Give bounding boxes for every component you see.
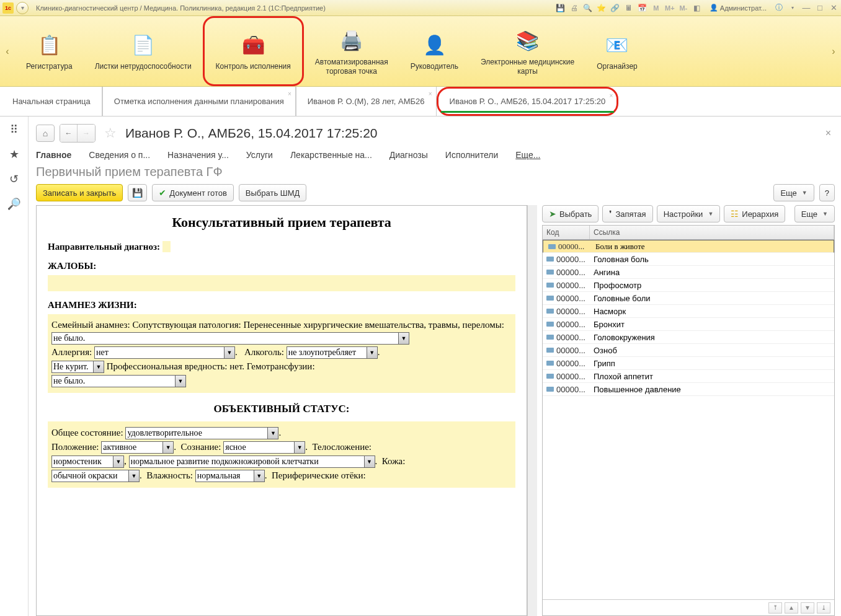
table-row[interactable]: 00000...Головокружения — [543, 331, 834, 344]
mminus-icon[interactable]: M- — [679, 3, 688, 13]
chevron-down-icon[interactable]: ▼ — [176, 375, 186, 387]
table-row[interactable]: 00000...Бронхит — [543, 318, 834, 331]
allergy-select[interactable] — [94, 346, 225, 359]
chevron-down-icon[interactable]: ▼ — [129, 470, 140, 482]
print-icon[interactable]: 🖨 — [569, 3, 579, 13]
apps-icon[interactable]: ⠿ — [7, 123, 21, 136]
table-row[interactable]: 00000...Плохой аппетит — [543, 370, 834, 383]
search-icon[interactable]: 🔍 — [7, 197, 21, 211]
tab-close-icon[interactable]: × — [429, 90, 432, 97]
table-row[interactable]: 00000...Профосмотр — [543, 279, 834, 292]
tab-close-icon[interactable]: × — [609, 92, 613, 99]
m-icon[interactable]: M — [651, 3, 661, 13]
scroll-down-icon[interactable]: ▼ — [801, 602, 814, 614]
toolbar-scroll-right[interactable]: › — [826, 16, 841, 86]
nav-item[interactable]: Диагнозы — [389, 150, 428, 160]
fat-select[interactable] — [129, 455, 365, 468]
hierarchy-button[interactable]: ☷Иерархия — [724, 205, 785, 222]
table-row[interactable]: 00000...Озноб — [543, 344, 834, 357]
toolbar-item[interactable]: 👤 Руководитель — [399, 16, 469, 86]
info-icon[interactable]: ⓘ — [774, 3, 784, 13]
save-button[interactable]: 💾 — [128, 184, 147, 201]
close-icon[interactable]: ✕ — [829, 3, 839, 13]
select-button[interactable]: ➤Выбрать — [542, 205, 598, 222]
scroll-up-icon[interactable]: ▲ — [785, 602, 798, 614]
calc-icon[interactable]: 🖩 — [624, 3, 634, 13]
user-label[interactable]: 👤 Администрат... — [710, 4, 767, 12]
table-row[interactable]: 00000...Головные боли — [543, 292, 834, 305]
nav-forward[interactable]: → — [78, 125, 95, 142]
table-row[interactable]: 00000...Боли в животе — [543, 240, 834, 253]
history-icon[interactable]: ↺ — [7, 172, 21, 186]
nav-item[interactable]: Лекарственные на... — [290, 150, 372, 160]
chevron-down-icon[interactable]: ▼ — [163, 441, 174, 454]
save-icon[interactable]: 💾 — [556, 3, 566, 13]
nav-back[interactable]: ← — [60, 125, 78, 142]
nav-item[interactable]: Главное — [36, 150, 71, 160]
position-select[interactable] — [101, 441, 163, 454]
general-state-select[interactable] — [125, 427, 268, 439]
anamnesis-block[interactable]: Семейный анамнез: Сопутствующая патологи… — [48, 314, 515, 393]
doc-scrollbar[interactable] — [527, 205, 537, 616]
hemotransfusion-select[interactable] — [51, 375, 176, 387]
chevron-down-icon[interactable]: ▼ — [295, 441, 305, 454]
chevron-down-icon[interactable]: ▼ — [113, 455, 124, 468]
help-button[interactable]: ? — [819, 184, 835, 201]
toolbar-item[interactable]: 📄 Листки нетрудоспособности — [84, 16, 203, 86]
chevron-down-icon[interactable]: ▼ — [365, 455, 375, 468]
referral-diag-input[interactable] — [162, 241, 171, 252]
mplus-icon[interactable]: M+ — [665, 3, 675, 13]
body-type-select[interactable] — [51, 455, 113, 468]
col-link[interactable]: Ссылка — [590, 226, 834, 239]
humidity-select[interactable] — [195, 470, 254, 482]
table-row[interactable]: 00000...Насморк — [543, 305, 834, 318]
pane-close[interactable]: × — [825, 128, 831, 139]
nav-item[interactable]: Услуги — [246, 150, 273, 160]
tab[interactable]: Иванов Р. О., АМБ26, 15.04.2017 17:25:20… — [437, 87, 619, 116]
objective-status-block[interactable]: Общее состояние: ▼. Положение: ▼. Сознан… — [48, 421, 515, 488]
nav-back-circle[interactable]: ▾ — [16, 2, 29, 14]
tab[interactable]: Отметка исполнения данными планирования× — [102, 87, 296, 116]
save-and-close-button[interactable]: Записать и закрыть — [36, 184, 123, 201]
nav-item[interactable]: Еще... — [515, 150, 540, 160]
preview-icon[interactable]: 🔍 — [583, 3, 593, 13]
calendar-icon[interactable]: 📅 — [638, 3, 647, 13]
favorite-icon[interactable]: ⭐ — [597, 3, 607, 13]
panels-icon[interactable]: ◧ — [692, 3, 702, 13]
alcohol-select[interactable] — [287, 346, 367, 359]
smoking-select[interactable] — [51, 361, 94, 373]
skin-color-select[interactable] — [51, 470, 129, 482]
minimize-icon[interactable]: — — [801, 3, 811, 13]
star-icon[interactable]: ★ — [7, 147, 21, 161]
nav-item[interactable]: Исполнители — [445, 150, 498, 160]
settings-button[interactable]: Настройки▼ — [657, 205, 721, 222]
table-row[interactable]: 00000...Ангина — [543, 266, 834, 279]
toolbar-item[interactable]: 🖨️ Автоматизированнаяторговая точка — [304, 16, 399, 86]
home-button[interactable]: ⌂ — [36, 125, 55, 142]
table-row[interactable]: 00000...Головная боль — [543, 253, 834, 266]
col-code[interactable]: Код — [543, 226, 590, 239]
choose-template-button[interactable]: Выбрать ШМД — [239, 184, 307, 201]
toolbar-item[interactable]: 🧰 Контроль исполнения — [203, 16, 304, 86]
link-icon[interactable]: 🔗 — [610, 3, 620, 13]
chevron-down-icon[interactable]: ▼ — [254, 470, 265, 482]
nav-item[interactable]: Назначения у... — [167, 150, 229, 160]
scroll-bottom-icon[interactable]: ⤓ — [817, 602, 830, 614]
table-row[interactable]: 00000...Повышенное давление — [543, 383, 834, 396]
comma-button[interactable]: ❜Запятая — [602, 205, 652, 222]
nav-item[interactable]: Сведения о п... — [89, 150, 150, 160]
toolbar-item[interactable]: 📧 Органайзер — [585, 16, 649, 86]
document-editor[interactable]: Консультативный прием терапевта Направит… — [36, 205, 527, 616]
chevron-down-icon[interactable]: ▼ — [399, 332, 409, 345]
surgery-select[interactable] — [51, 332, 399, 345]
favorite-toggle[interactable]: ☆ — [104, 125, 117, 141]
chevron-down-icon[interactable]: ▼ — [268, 427, 278, 439]
scroll-top-icon[interactable]: ⤒ — [768, 602, 782, 614]
complaints-input[interactable] — [48, 275, 515, 291]
toolbar-scroll-left[interactable]: ‹ — [0, 16, 15, 86]
table-row[interactable]: 00000...Грипп — [543, 357, 834, 370]
chevron-down-icon[interactable]: ▼ — [225, 346, 235, 359]
toolbar-item[interactable]: 📚 Электронные медицинскиекарты — [469, 16, 585, 86]
tab-close-icon[interactable]: × — [288, 90, 291, 97]
chevron-down-icon[interactable]: ▼ — [367, 346, 378, 359]
